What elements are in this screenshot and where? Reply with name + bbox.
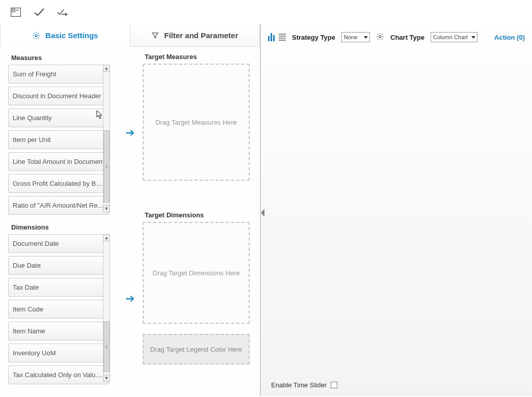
measure-item[interactable]: Discount in Document Header — [8, 87, 109, 105]
dimensions-list-wrap: ▲ ▼ Document Date Due Date Tax Date Item… — [8, 234, 117, 382]
scroll-thumb[interactable] — [103, 130, 110, 202]
dimension-item[interactable]: Tax Calculated Only on Value o... — [8, 365, 109, 384]
measures-header: Measures — [11, 54, 117, 62]
dimension-item[interactable]: Inventory UoM — [8, 344, 109, 362]
basic-settings-body: Measures ▲ ▼ Sum of Freight Discount in … — [0, 47, 260, 396]
check-icon[interactable] — [34, 7, 45, 18]
time-slider-toggle: Enable Time Slider — [271, 381, 337, 389]
action-link[interactable]: Action (0) — [494, 34, 525, 41]
gear-icon — [32, 32, 40, 40]
tab-row: Basic Settings Filter and Parameter — [0, 24, 260, 47]
target-column: Target Measures Drag Target Measures Her… — [143, 50, 250, 396]
tab-filter-label: Filter and Parameter — [164, 31, 238, 40]
target-legend-dropzone[interactable]: Drag Target Legend Color Here — [143, 334, 250, 364]
dimension-item[interactable]: Due Date — [8, 256, 109, 275]
chart-type-label: Chart Type — [390, 34, 424, 41]
svg-point-6 — [379, 36, 381, 38]
strategy-type-select[interactable]: None — [341, 32, 370, 42]
measures-list: Sum of Freight Discount in Document Head… — [8, 65, 109, 215]
scroll-track[interactable] — [103, 241, 110, 375]
drop-placeholder: Drag Target Legend Color Here — [150, 346, 242, 353]
chart-type-value: Column Chart — [433, 34, 468, 40]
drop-placeholder: Drag Target Dimensions Here — [153, 269, 240, 277]
dimension-item[interactable]: Document Date — [8, 234, 109, 253]
main-area: Basic Settings Filter and Parameter Meas… — [0, 24, 532, 396]
target-measures-dropzone[interactable]: Drag Target Measures Here — [143, 64, 250, 181]
list-view-icon[interactable] — [279, 34, 286, 41]
chart-type-select[interactable]: Column Chart — [431, 32, 477, 42]
scroll-thumb[interactable] — [103, 321, 110, 372]
measure-item[interactable]: Ratio of "A/R Amount/Net Reve... — [8, 196, 109, 215]
arrow-right-icon[interactable]: ➔ — [125, 126, 135, 139]
left-config-panel: Basic Settings Filter and Parameter Meas… — [0, 24, 260, 396]
strategy-type-value: None — [344, 34, 357, 40]
measure-item[interactable]: Line Quantity — [8, 108, 109, 127]
measure-item[interactable]: Gross Profit Calculated by Bas... — [8, 174, 109, 193]
measure-item[interactable]: Sum of Freight — [8, 65, 109, 83]
tab-basic-settings[interactable]: Basic Settings — [0, 24, 130, 47]
strategy-type-label: Strategy Type — [292, 34, 335, 41]
scroll-up-icon[interactable]: ▲ — [103, 65, 110, 72]
field-source-column: Measures ▲ ▼ Sum of Freight Discount in … — [0, 50, 117, 396]
chart-topbar: Strategy Type None Chart Type Column Cha… — [268, 30, 525, 45]
dimensions-header: Dimensions — [11, 223, 117, 231]
dimension-item[interactable]: Item Code — [8, 300, 109, 319]
funnel-icon — [151, 32, 159, 39]
scroll-up-icon[interactable]: ▲ — [103, 234, 110, 241]
target-dimensions-header: Target Dimensions — [145, 211, 250, 219]
measures-list-wrap: ▲ ▼ Sum of Freight Discount in Document … — [8, 65, 117, 212]
chart-view-icon[interactable] — [268, 33, 275, 41]
svg-marker-5 — [261, 209, 264, 217]
scroll-track[interactable] — [103, 72, 110, 205]
top-toolbar — [0, 0, 532, 24]
target-dimensions-dropzone[interactable]: Drag Target Dimensions Here — [143, 222, 250, 324]
tab-basic-label: Basic Settings — [45, 31, 98, 40]
arrow-right-icon[interactable]: ➔ — [125, 292, 135, 305]
layout-icon[interactable] — [10, 7, 21, 18]
chart-preview-panel: Strategy Type None Chart Type Column Cha… — [260, 24, 532, 396]
scroll-down-icon[interactable]: ▼ — [103, 205, 110, 212]
dimension-item[interactable]: Tax Date — [8, 278, 109, 297]
strategy-settings-icon[interactable] — [376, 33, 384, 42]
collapse-left-icon[interactable] — [260, 208, 266, 218]
svg-rect-1 — [12, 9, 15, 12]
scroll-down-icon[interactable]: ▼ — [103, 375, 110, 382]
dimension-item[interactable]: Item Name — [8, 322, 109, 341]
assign-arrows-column: ➔ ➔ — [117, 50, 143, 396]
time-slider-checkbox[interactable] — [331, 382, 337, 388]
drop-placeholder: Drag Target Measures Here — [155, 119, 237, 126]
target-measures-header: Target Measures — [145, 53, 250, 61]
time-slider-label: Enable Time Slider — [271, 381, 327, 389]
measure-item[interactable]: Line Total Amount in Document — [8, 152, 109, 171]
measure-item[interactable]: Item per Unit — [8, 130, 109, 149]
dimensions-list: Document Date Due Date Tax Date Item Cod… — [8, 234, 109, 384]
view-toggle — [268, 33, 286, 41]
svg-point-4 — [35, 35, 37, 37]
tab-filter-parameter[interactable]: Filter and Parameter — [130, 24, 260, 47]
check-forward-icon[interactable] — [57, 7, 68, 18]
